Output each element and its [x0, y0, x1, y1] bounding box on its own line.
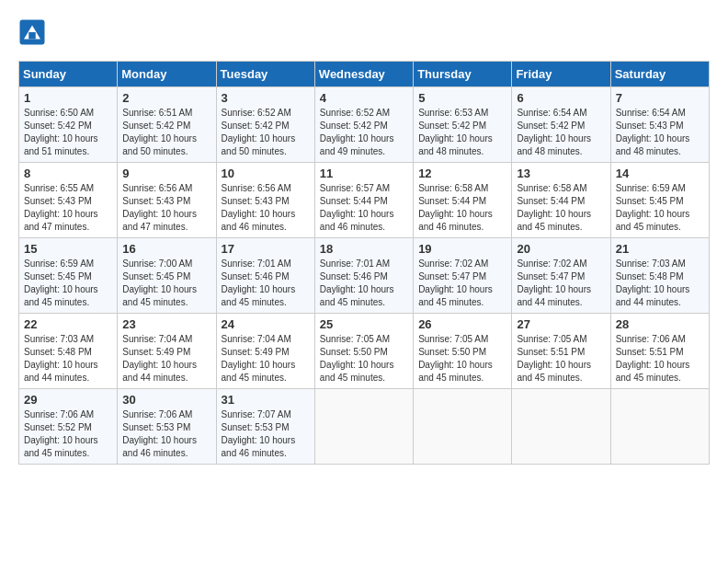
col-header-tuesday: Tuesday: [216, 62, 314, 87]
week-row-3: 15Sunrise: 6:59 AMSunset: 5:45 PMDayligh…: [19, 238, 710, 314]
day-cell: 19Sunrise: 7:02 AMSunset: 5:47 PMDayligh…: [414, 238, 512, 314]
col-header-wednesday: Wednesday: [314, 62, 413, 87]
day-detail: Sunrise: 7:05 AMSunset: 5:50 PMDaylight:…: [418, 333, 506, 385]
col-header-thursday: Thursday: [414, 62, 512, 87]
col-header-friday: Friday: [512, 62, 610, 87]
day-number: 23: [122, 317, 210, 331]
day-number: 4: [320, 91, 408, 105]
calendar: SundayMondayTuesdayWednesdayThursdayFrid…: [18, 61, 710, 465]
day-cell: 31Sunrise: 7:07 AMSunset: 5:53 PMDayligh…: [216, 389, 314, 465]
day-cell: 12Sunrise: 6:58 AMSunset: 5:44 PMDayligh…: [414, 163, 512, 238]
day-detail: Sunrise: 6:57 AMSunset: 5:44 PMDaylight:…: [320, 182, 408, 234]
day-detail: Sunrise: 7:03 AMSunset: 5:48 PMDaylight:…: [616, 258, 704, 309]
day-detail: Sunrise: 7:06 AMSunset: 5:51 PMDaylight:…: [616, 333, 704, 385]
day-detail: Sunrise: 7:03 AMSunset: 5:48 PMDaylight:…: [24, 333, 112, 385]
day-number: 22: [24, 317, 112, 331]
day-detail: Sunrise: 6:56 AMSunset: 5:43 PMDaylight:…: [122, 182, 210, 234]
day-detail: Sunrise: 6:55 AMSunset: 5:43 PMDaylight:…: [24, 182, 112, 234]
day-detail: Sunrise: 7:07 AMSunset: 5:53 PMDaylight:…: [222, 408, 310, 460]
week-row-5: 29Sunrise: 7:06 AMSunset: 5:52 PMDayligh…: [19, 389, 710, 465]
day-detail: Sunrise: 6:59 AMSunset: 5:45 PMDaylight:…: [24, 258, 112, 309]
day-detail: Sunrise: 6:59 AMSunset: 5:45 PMDaylight:…: [616, 182, 704, 234]
day-number: 29: [24, 393, 112, 407]
day-cell: 4Sunrise: 6:52 AMSunset: 5:42 PMDaylight…: [314, 87, 413, 163]
day-number: 15: [24, 242, 112, 256]
day-cell: 8Sunrise: 6:55 AMSunset: 5:43 PMDaylight…: [19, 163, 118, 238]
day-number: 6: [517, 91, 605, 105]
day-detail: Sunrise: 7:00 AMSunset: 5:45 PMDaylight:…: [122, 258, 210, 309]
day-detail: Sunrise: 6:56 AMSunset: 5:43 PMDaylight:…: [222, 182, 310, 234]
day-detail: Sunrise: 7:06 AMSunset: 5:53 PMDaylight:…: [122, 408, 210, 460]
day-detail: Sunrise: 7:04 AMSunset: 5:49 PMDaylight:…: [222, 333, 310, 385]
week-row-1: 1Sunrise: 6:50 AMSunset: 5:42 PMDaylight…: [19, 87, 710, 163]
day-cell: 10Sunrise: 6:56 AMSunset: 5:43 PMDayligh…: [216, 163, 314, 238]
day-number: 31: [222, 393, 310, 407]
day-detail: Sunrise: 6:52 AMSunset: 5:42 PMDaylight:…: [320, 107, 408, 158]
day-number: 19: [418, 242, 506, 256]
day-number: 16: [122, 242, 210, 256]
day-cell: 21Sunrise: 7:03 AMSunset: 5:48 PMDayligh…: [610, 238, 709, 314]
day-cell: 18Sunrise: 7:01 AMSunset: 5:46 PMDayligh…: [314, 238, 413, 314]
logo: [18, 18, 50, 46]
day-number: 12: [418, 167, 506, 180]
day-number: 2: [122, 91, 210, 105]
day-number: 28: [616, 317, 704, 331]
day-detail: Sunrise: 6:53 AMSunset: 5:42 PMDaylight:…: [418, 107, 506, 158]
day-detail: Sunrise: 7:06 AMSunset: 5:52 PMDaylight:…: [24, 408, 112, 460]
col-header-monday: Monday: [118, 62, 216, 87]
page-header: [18, 18, 710, 46]
day-number: 13: [517, 167, 605, 180]
day-cell: 9Sunrise: 6:56 AMSunset: 5:43 PMDaylight…: [118, 163, 216, 238]
day-cell: [314, 389, 413, 465]
day-detail: Sunrise: 7:02 AMSunset: 5:47 PMDaylight:…: [517, 258, 605, 309]
day-detail: Sunrise: 6:51 AMSunset: 5:42 PMDaylight:…: [122, 107, 210, 158]
day-cell: 27Sunrise: 7:05 AMSunset: 5:51 PMDayligh…: [512, 314, 610, 389]
day-cell: 26Sunrise: 7:05 AMSunset: 5:50 PMDayligh…: [414, 314, 512, 389]
day-cell: 3Sunrise: 6:52 AMSunset: 5:42 PMDaylight…: [216, 87, 314, 163]
day-detail: Sunrise: 7:05 AMSunset: 5:50 PMDaylight:…: [320, 333, 408, 385]
day-detail: Sunrise: 6:54 AMSunset: 5:42 PMDaylight:…: [517, 107, 605, 158]
day-detail: Sunrise: 6:58 AMSunset: 5:44 PMDaylight:…: [517, 182, 605, 234]
day-detail: Sunrise: 6:50 AMSunset: 5:42 PMDaylight:…: [24, 107, 112, 158]
col-header-sunday: Sunday: [19, 62, 118, 87]
day-of-week-row: SundayMondayTuesdayWednesdayThursdayFrid…: [19, 62, 710, 87]
day-number: 21: [616, 242, 704, 256]
day-number: 26: [418, 317, 506, 331]
day-number: 8: [24, 167, 112, 180]
day-number: 10: [222, 167, 310, 180]
day-cell: 16Sunrise: 7:00 AMSunset: 5:45 PMDayligh…: [118, 238, 216, 314]
day-cell: 13Sunrise: 6:58 AMSunset: 5:44 PMDayligh…: [512, 163, 610, 238]
day-number: 3: [222, 91, 310, 105]
day-cell: [610, 389, 709, 465]
day-cell: 11Sunrise: 6:57 AMSunset: 5:44 PMDayligh…: [314, 163, 413, 238]
day-detail: Sunrise: 6:58 AMSunset: 5:44 PMDaylight:…: [418, 182, 506, 234]
day-detail: Sunrise: 7:01 AMSunset: 5:46 PMDaylight:…: [222, 258, 310, 309]
day-number: 7: [616, 91, 704, 105]
day-cell: 20Sunrise: 7:02 AMSunset: 5:47 PMDayligh…: [512, 238, 610, 314]
week-row-2: 8Sunrise: 6:55 AMSunset: 5:43 PMDaylight…: [19, 163, 710, 238]
day-cell: 23Sunrise: 7:04 AMSunset: 5:49 PMDayligh…: [118, 314, 216, 389]
day-cell: 24Sunrise: 7:04 AMSunset: 5:49 PMDayligh…: [216, 314, 314, 389]
day-cell: 22Sunrise: 7:03 AMSunset: 5:48 PMDayligh…: [19, 314, 118, 389]
day-number: 5: [418, 91, 506, 105]
svg-rect-2: [28, 32, 36, 40]
day-cell: 17Sunrise: 7:01 AMSunset: 5:46 PMDayligh…: [216, 238, 314, 314]
day-cell: 14Sunrise: 6:59 AMSunset: 5:45 PMDayligh…: [610, 163, 709, 238]
day-detail: Sunrise: 7:05 AMSunset: 5:51 PMDaylight:…: [517, 333, 605, 385]
day-number: 30: [122, 393, 210, 407]
col-header-saturday: Saturday: [610, 62, 709, 87]
day-number: 20: [517, 242, 605, 256]
day-detail: Sunrise: 6:54 AMSunset: 5:43 PMDaylight:…: [616, 107, 704, 158]
day-detail: Sunrise: 7:02 AMSunset: 5:47 PMDaylight:…: [418, 258, 506, 309]
day-number: 9: [122, 167, 210, 180]
day-number: 24: [222, 317, 310, 331]
day-number: 18: [320, 242, 408, 256]
day-number: 1: [24, 91, 112, 105]
day-cell: [414, 389, 512, 465]
day-number: 17: [222, 242, 310, 256]
day-cell: [512, 389, 610, 465]
day-number: 14: [616, 167, 704, 180]
day-cell: 29Sunrise: 7:06 AMSunset: 5:52 PMDayligh…: [19, 389, 118, 465]
day-cell: 15Sunrise: 6:59 AMSunset: 5:45 PMDayligh…: [19, 238, 118, 314]
day-cell: 7Sunrise: 6:54 AMSunset: 5:43 PMDaylight…: [610, 87, 709, 163]
